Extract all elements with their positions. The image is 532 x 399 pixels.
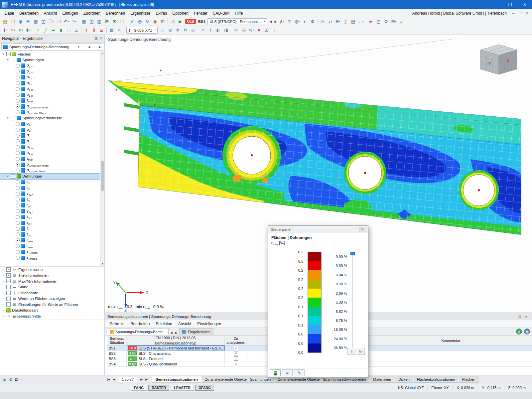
insert-solid-icon[interactable]: ▮ [57,27,65,34]
tree-item[interactable]: σ1,+ [0,63,104,69]
tab-color-scale[interactable] [270,369,281,376]
snap-target-icon[interactable]: ◉ [151,18,159,25]
tab-scroll-left-icon[interactable]: ◀ [169,331,174,335]
tree-item[interactable]: ε2,+ [0,220,104,226]
mesh-settings-icon[interactable]: ⌗ [115,27,123,34]
bottom-tab-zu-analysierende-objekte-spannungen[interactable]: Zu analysierende Objekte - Spannungen [202,376,274,383]
tree-item[interactable]: σv,m,von Mises [0,168,104,174]
tree-item[interactable]: ›✓▤Titelinformationen [0,273,104,279]
tree-item[interactable]: σ1,+ [0,121,104,127]
analyze-checkbox[interactable]: ✓ [234,351,238,355]
tree-item[interactable]: σ1,m [0,144,104,150]
gear-icon[interactable]: ⚙ [382,18,390,25]
tree-item[interactable]: σ2,+ [0,69,104,75]
search-icon[interactable]: ◎ [136,18,144,25]
menu-item-datei[interactable]: Datei [2,10,17,17]
radio-button[interactable] [16,209,20,213]
tree-item[interactable]: ε1,- [0,226,104,232]
tree-item[interactable]: σ1,m [0,86,104,92]
radio-button[interactable] [16,110,20,114]
tree-item[interactable]: σv,max,von Mises [0,104,104,110]
pan-icon[interactable]: ✥ [174,27,182,34]
tree-item[interactable]: ε-,Mises [0,255,104,261]
node-marker-red-3[interactable] [160,70,162,71]
radio-button[interactable] [16,128,20,132]
related-tables-icon[interactable]: ▦ [524,329,530,334]
redo-icon[interactable]: ↷▾ [70,18,78,25]
scroll-up-icon[interactable]: ▲ [100,51,104,56]
settings-burst-icon[interactable]: ❋ [24,18,32,25]
tree-item[interactable]: σ2,- [0,139,104,145]
menu-item-optionen[interactable]: Optionen [170,10,191,17]
visibility-icon[interactable]: ◍▾ [294,18,301,25]
export-sg-icon[interactable]: ⊠ [111,18,118,25]
radio-button[interactable] [16,250,20,254]
tab-stress-strain[interactable]: Spannungs-Dehnungs-Berec... [107,328,169,335]
tree-item[interactable]: ›Darstellungsart [0,308,104,314]
results-curve-icon[interactable]: ≈ [20,377,23,382]
tab-display-factors[interactable]: ✎ [294,369,305,376]
undo-icon[interactable]: ↶▾ [63,18,70,25]
scroll-down-icon[interactable]: ▼ [100,262,104,266]
tree-item[interactable]: σ1,- [0,133,104,139]
calculation-manager-icon[interactable]: ⇉ [169,18,177,25]
visibility-eye-icon[interactable]: ⊙ [9,377,12,382]
checkbox[interactable] [11,116,15,120]
show-values-icon[interactable]: ◒▾ [327,18,334,25]
delete-icon[interactable]: ✕ [255,27,263,34]
tab-input-data[interactable]: Eingabedaten [179,328,213,335]
checkbox[interactable]: ✓ [6,52,11,56]
rotate-view-icon[interactable]: ↻ [182,27,189,34]
control-panel-close-icon[interactable]: ✕ [359,227,365,232]
new-file-icon[interactable]: ▤ [1,18,9,25]
insert-surface-icon[interactable]: ▰ [50,27,57,34]
globe-icon[interactable]: ◍ [516,329,522,334]
insert-support-icon[interactable]: ⊥ [72,27,80,34]
snap-settings-icon[interactable]: ✳▾ [17,27,24,34]
tree-item[interactable]: ›▬Stäbe [0,284,104,290]
panel-menu-bearbeiten[interactable]: Bearbeiten [128,321,152,327]
insert-opening-icon[interactable]: ▢ [65,27,72,34]
sync-icon[interactable]: ◉ [17,18,24,25]
tree-item[interactable]: σ2,+ [0,127,104,133]
arrange-windows-icon[interactable]: ⊞▾ [390,18,398,25]
bottom-tab-materialien[interactable]: Materialien [370,376,394,383]
user-settings-icon[interactable]: ⚙ [309,18,317,25]
radio-button[interactable] [16,99,20,103]
menu-item-hilfe[interactable]: Hilfe [232,10,245,17]
tree-item[interactable]: εx,- [0,197,104,203]
menu-item-ansicht[interactable]: Ansicht [41,10,60,17]
tree-item[interactable]: εy,- [0,202,104,208]
next-loadcase-icon[interactable]: ▶ [273,20,278,23]
radio-button[interactable] [16,227,20,231]
expand-panel-icon[interactable]: ⊞ [357,348,365,355]
tree-item[interactable]: ›∥Liniennähte [0,290,104,296]
radio-button[interactable] [16,169,20,173]
checkbox[interactable]: ✓ [11,174,15,179]
zoom-window-icon[interactable]: ◻ [159,27,166,34]
prev-result-icon[interactable]: ◀ [88,45,90,49]
filter-results-icon[interactable]: ▽ [286,18,294,25]
panel-close-icon[interactable]: ✕ [523,314,529,319]
regenerate-icon[interactable]: ↻ [144,18,151,25]
tree-item[interactable]: ›▦Werte an Flächen anzeigen [0,296,104,302]
calculate-all-icon[interactable]: ▶ [177,18,184,25]
expander-icon[interactable]: › [1,315,5,318]
clip-plane-icon[interactable]: ✂ [232,27,240,34]
zoom-in-icon[interactable]: ⊕ [166,27,174,34]
menu-item-berechnen[interactable]: Berechnen [103,10,128,17]
mdi-restore-icon[interactable]: ❐ [517,10,523,16]
panels-icon[interactable]: ▣ [3,377,6,382]
last-page-icon[interactable]: ▶| [144,377,149,382]
radio-button[interactable] [16,151,20,155]
show-tables-icon[interactable]: ▦ [80,18,88,25]
analyze-checkbox[interactable]: ✓ [234,362,238,366]
radio-button[interactable] [16,69,20,73]
tree-item[interactable]: ▾✓Flächen [0,51,104,57]
legend-icon[interactable]: ▤ [349,18,357,25]
maximize-icon[interactable]: ❐ [503,0,517,9]
tab-smooth-ranges[interactable]: ≋ [282,369,293,376]
tree-item[interactable]: σ2,- [0,80,104,86]
export-table-icon[interactable]: ⊞ [103,18,111,25]
radio-button[interactable] [16,198,20,201]
